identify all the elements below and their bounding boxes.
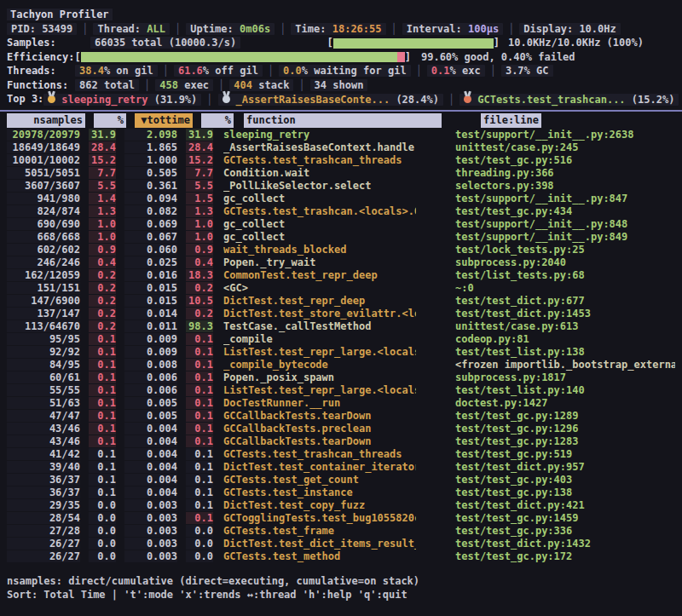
file-line-cell: test/test_gc.py:1283 <box>455 435 675 447</box>
pct-cumulative-cell: 0.0 <box>186 550 213 562</box>
function-cell: DocTestRunner.__run <box>223 397 416 409</box>
pct-cumulative-cell: 5.5 <box>186 180 213 192</box>
function-cell: Popen._posix_spawn <box>223 371 416 383</box>
tottime-cell: 0.009 <box>124 333 177 345</box>
table-row[interactable]: 95/950.10.0090.1_compilecodeop.py:81 <box>7 333 675 346</box>
tottime-cell: 0.003 <box>124 525 177 537</box>
column-header-%[interactable]: % <box>94 113 126 128</box>
table-row[interactable]: 26/270.00.0030.0GCTests.test_methodtest/… <box>7 550 675 563</box>
table-row[interactable]: 51/630.10.0050.1DocTestRunner.__rundocte… <box>7 397 675 410</box>
top3-label: Top 3: <box>7 93 43 105</box>
table-row[interactable]: 10001/1000215.21.00015.2GCTests.test_tra… <box>7 154 675 167</box>
tottime-cell: 0.008 <box>124 359 177 371</box>
nsamples-cell: 824/874 <box>7 205 80 217</box>
table-row[interactable]: 36/370.10.0040.1GCTests.test_get_countte… <box>7 474 675 486</box>
table-row[interactable]: 26/270.00.0030.0DictTest.test_dict_items… <box>7 538 675 550</box>
table-row[interactable]: 18649/1864928.41.86528.4_AssertRaisesBas… <box>7 141 675 154</box>
table-row[interactable]: 43/460.10.0040.1GCCallbackTests.preclean… <box>7 423 675 435</box>
table-row[interactable]: 28/540.00.0030.1GCTogglingTests.test_bug… <box>7 512 675 525</box>
tottime-cell: 0.005 <box>124 410 177 422</box>
column-header-tottime[interactable]: ▼tottime <box>135 113 193 128</box>
column-header-nsamples[interactable]: nsamples <box>7 113 85 128</box>
function-cell: _compile_bytecode <box>223 359 416 371</box>
table-row[interactable]: 147/69000.20.01510.5DictTest.test_repr_d… <box>7 295 675 308</box>
table-row[interactable]: 55/550.10.0060.1ListTest.test_repr_large… <box>7 384 675 397</box>
nsamples-cell: 47/47 <box>7 410 80 422</box>
pct-cumulative-cell: 1.0 <box>186 231 213 243</box>
pct-direct-cell: 0.1 <box>89 371 116 383</box>
tottime-cell: 0.004 <box>124 474 177 486</box>
pct-cumulative-cell: 0.1 <box>186 486 213 498</box>
table-row[interactable]: 29/350.00.0030.1DictTest.test_copy_fuzzt… <box>7 499 675 512</box>
separator-rule <box>0 110 682 112</box>
nsamples-cell: 43/46 <box>7 435 80 447</box>
table-row[interactable]: 3607/36075.50.3615.5_PollLikeSelector.se… <box>7 180 675 193</box>
pct-direct-cell: 0.2 <box>89 295 116 307</box>
table-row[interactable]: 84/950.10.0080.1_compile_bytecode<frozen… <box>7 359 675 371</box>
table-row[interactable]: 36/370.10.0040.1GCTests.test_instancetes… <box>7 486 675 499</box>
pct-direct-cell: 15.2 <box>89 154 116 166</box>
column-header-%[interactable]: % <box>201 113 234 128</box>
nsamples-cell: 41/42 <box>7 448 80 460</box>
pct-direct-cell: 0.0 <box>89 550 116 562</box>
nsamples-cell: 668/668 <box>7 231 80 243</box>
pct-direct-cell: 0.0 <box>89 499 116 511</box>
pct-cumulative-cell: 0.1 <box>186 461 213 473</box>
table-row[interactable]: 246/2460.40.0250.4Popen._try_waitsubproc… <box>7 256 675 269</box>
pct-direct-cell: 0.1 <box>89 359 116 371</box>
pct-cumulative-cell: 0.1 <box>186 359 213 371</box>
file-line-cell: test/test_gc.py:403 <box>455 474 675 486</box>
function-cell: DictTest.test_container_iterator <box>223 461 416 473</box>
table-row[interactable]: 39/400.10.0040.1DictTest.test_container_… <box>7 461 675 474</box>
function-cell: _compile <box>223 333 416 345</box>
pct-cumulative-cell: 0.1 <box>186 448 213 460</box>
table-row[interactable]: 92/920.10.0090.1ListTest.test_repr_large… <box>7 346 675 359</box>
samples-bar <box>333 38 494 49</box>
table-row[interactable]: 60/610.10.0060.1Popen._posix_spawnsubpro… <box>7 371 675 384</box>
tottime-cell: 0.004 <box>124 423 177 435</box>
table-row[interactable]: 941/9801.40.0941.5gc_collecttest/support… <box>7 193 675 205</box>
table-row[interactable]: 162/120590.20.01618.3CommonTest.test_rep… <box>7 269 675 282</box>
table-row[interactable]: 47/470.10.0050.1GCCallbackTests.tearDown… <box>7 410 675 423</box>
nsamples-cell: 29/35 <box>7 499 80 511</box>
table-row[interactable]: 43/460.10.0040.1GCCallbackTests.tearDown… <box>7 435 675 448</box>
table-row[interactable]: 113/646700.20.01198.3TestCase._callTestM… <box>7 320 675 333</box>
table-row[interactable]: 824/8741.30.0821.3GCTests.test_trashcan.… <box>7 205 675 218</box>
nsamples-cell: 39/40 <box>7 461 80 473</box>
top3-item-3: GCTests.test_trashcan... (15.2%) <box>459 94 679 106</box>
samples-rate: 10.0KHz/10.0KHz (100%) <box>508 37 644 49</box>
tottime-cell: 0.094 <box>124 193 177 204</box>
pct-direct-cell: 0.0 <box>89 525 116 537</box>
efficiency-summary: 99.60% good, 0.40% failed <box>421 51 575 63</box>
bronze-medal-icon <box>464 95 471 103</box>
efficiency-bar-open-bracket: [ <box>74 51 80 63</box>
file-line-cell: unittest/case.py:245 <box>455 141 675 153</box>
column-header-function[interactable]: function <box>244 113 442 128</box>
table-row[interactable]: 690/6901.00.0691.0gc_collecttest/support… <box>7 218 675 231</box>
table-row[interactable]: 27/280.00.0030.0GCTests.test_frametest/t… <box>7 525 675 538</box>
column-header-file-line[interactable]: file:line <box>481 113 675 128</box>
pct-cumulative-cell: 0.2 <box>186 282 213 294</box>
efficiency-line: Efficiency: [] 99.60% good, 0.40% failed <box>7 50 675 65</box>
pct-direct-cell: 5.5 <box>89 180 116 192</box>
function-cell: gc_collect <box>223 193 416 204</box>
pct-direct-cell: 1.0 <box>89 218 116 230</box>
top3-item-2: _AssertRaisesBaseConte... (28.4%) <box>218 94 443 106</box>
file-line-cell: test/test_dict.py:957 <box>455 461 675 473</box>
function-cell: GCTogglingTests.test_bug1055820c <box>223 512 416 524</box>
table-row[interactable]: 41/420.10.0040.1GCTests.test_trashcan_th… <box>7 448 675 461</box>
nsamples-cell: 18649/18649 <box>7 141 80 153</box>
table-row[interactable]: 5051/50517.70.5057.7Condition.waitthread… <box>7 167 675 180</box>
file-line-cell: test/test_gc.py:138 <box>455 486 675 498</box>
table-row[interactable]: 137/1470.20.0140.2DictTest.test_store_ev… <box>7 308 675 320</box>
function-cell: ListTest.test_repr_large.<locals>.check <box>223 346 416 358</box>
table-row[interactable]: 151/1510.20.0150.2<GC>~:0 <box>7 282 675 295</box>
function-cell: DictTest.test_repr_deep <box>223 295 416 307</box>
table-row[interactable]: 20978/2097931.92.09831.9sleeping_retryte… <box>7 129 675 141</box>
table-row[interactable]: 668/6681.00.0671.0gc_collecttest/support… <box>7 231 675 244</box>
table-row[interactable]: 602/6020.90.0600.9wait_threads_blockedte… <box>7 244 675 256</box>
pct-cumulative-cell: 1.5 <box>186 193 213 204</box>
tottime-cell: 1.000 <box>124 154 177 166</box>
pct-direct-cell: 0.2 <box>89 269 116 281</box>
nsamples-legend: nsamples: direct/cumulative (direct=exec… <box>7 574 675 588</box>
